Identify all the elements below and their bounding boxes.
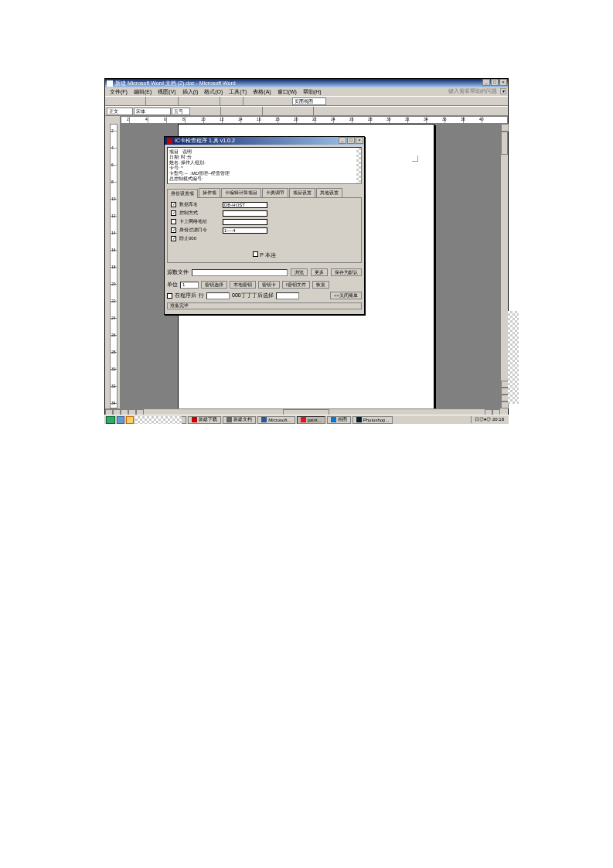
dialog-minimize-button[interactable]: _ bbox=[339, 137, 346, 144]
numbering-icon[interactable] bbox=[274, 107, 283, 115]
help-icon[interactable] bbox=[336, 97, 345, 105]
vertical-scrollbar[interactable] bbox=[500, 124, 508, 408]
line-spacing-icon[interactable] bbox=[265, 107, 274, 115]
menu-format[interactable]: 格式(O) bbox=[204, 88, 223, 96]
border-icon[interactable] bbox=[316, 107, 325, 115]
dialog-titlebar[interactable]: IC卡检查程序 1.具 v1.0.2 _ □ × bbox=[165, 137, 364, 145]
vertical-ruler[interactable]: 24681012141618202224262830323436 bbox=[110, 124, 117, 408]
redo-icon[interactable] bbox=[232, 97, 240, 105]
font-combo[interactable]: 宋体 bbox=[134, 108, 171, 115]
checkbox-db[interactable]: ✓ bbox=[171, 202, 176, 207]
restore-button[interactable]: 恢复 bbox=[312, 281, 329, 289]
checkbox-prevent[interactable]: ✓ bbox=[171, 236, 176, 241]
taskbar-item[interactable]: 新建下载 bbox=[188, 416, 221, 424]
taskbar-item[interactable]: paint... bbox=[297, 416, 325, 424]
quick-launch-ie-icon[interactable] bbox=[117, 416, 124, 424]
show-para-icon[interactable] bbox=[327, 97, 335, 105]
open-icon[interactable] bbox=[116, 97, 124, 105]
checkbox-local[interactable] bbox=[253, 251, 258, 257]
key-select-button[interactable]: 密钥选择 bbox=[201, 281, 227, 289]
save-icon[interactable] bbox=[125, 97, 134, 105]
menu-table[interactable]: 表格(A) bbox=[253, 88, 271, 96]
bullets-icon[interactable] bbox=[284, 107, 292, 115]
menu-view[interactable]: 视图(V) bbox=[158, 88, 175, 96]
mail-icon[interactable] bbox=[135, 97, 143, 105]
scroll-thumb[interactable] bbox=[501, 132, 508, 155]
taskbar-item[interactable]: Photoshop... bbox=[352, 416, 393, 424]
input-after-select[interactable] bbox=[276, 292, 299, 299]
columns-icon[interactable] bbox=[274, 97, 282, 105]
spell-icon[interactable] bbox=[167, 97, 175, 105]
scroll-up-icon[interactable] bbox=[501, 124, 509, 132]
excel-icon[interactable] bbox=[264, 97, 273, 105]
word-minimize-button[interactable]: _ bbox=[482, 79, 490, 86]
input-net[interactable] bbox=[223, 219, 267, 225]
font-color-icon[interactable] bbox=[335, 107, 343, 115]
undo-icon[interactable] bbox=[223, 97, 231, 105]
bold-icon[interactable] bbox=[191, 107, 199, 115]
menubar-chevron-icon[interactable]: ▾ bbox=[500, 88, 506, 94]
more-button[interactable]: 更多 bbox=[311, 268, 328, 276]
key-file-button[interactable]: I密钥文件 bbox=[282, 281, 310, 289]
drawing-icon[interactable] bbox=[283, 97, 291, 105]
read-icon[interactable] bbox=[346, 97, 354, 105]
checkbox-pw[interactable]: ✓ bbox=[171, 227, 176, 233]
style-combo[interactable]: 正文 bbox=[107, 108, 133, 115]
input-ctrl[interactable] bbox=[223, 210, 267, 217]
close-menu-button[interactable]: <<关闭菜单 bbox=[330, 292, 362, 299]
print-icon[interactable] bbox=[148, 97, 157, 105]
key-card-button[interactable]: 密钥卡 bbox=[258, 281, 280, 289]
outdent-icon[interactable] bbox=[293, 107, 301, 115]
size-combo[interactable]: 五号 bbox=[172, 108, 190, 115]
menu-insert[interactable]: 插入(I) bbox=[182, 88, 199, 96]
checkbox-net[interactable] bbox=[171, 219, 176, 224]
preview-icon[interactable] bbox=[158, 97, 166, 105]
menu-tools[interactable]: 工具(T) bbox=[229, 88, 247, 96]
system-tray[interactable]: 日◎●◎ 20:18 bbox=[471, 416, 507, 423]
table-icon[interactable] bbox=[255, 97, 264, 105]
input-db[interactable]: DB-HOST bbox=[223, 202, 267, 208]
browse-button[interactable]: 浏览 bbox=[291, 268, 308, 276]
horizontal-ruler[interactable]: 246810121416182022242628303234363840 bbox=[121, 116, 508, 124]
tab-project[interactable]: 项目设置 bbox=[289, 188, 315, 197]
ask-help-box[interactable]: 键入需要帮助的问题 bbox=[448, 87, 497, 95]
menu-file[interactable]: 文件(F) bbox=[110, 88, 128, 96]
unit-spinner[interactable]: 1 bbox=[180, 282, 199, 289]
underline-icon[interactable] bbox=[209, 107, 218, 115]
taskbar-item[interactable]: 新建文档 bbox=[223, 416, 256, 424]
new-doc-icon[interactable] bbox=[107, 97, 115, 105]
tab-card-adjust[interactable]: 卡类调节 bbox=[262, 188, 288, 197]
paste-icon[interactable] bbox=[199, 97, 208, 105]
input-row[interactable] bbox=[206, 292, 230, 299]
justify-icon[interactable] bbox=[251, 107, 260, 115]
checkbox-after[interactable] bbox=[167, 293, 172, 299]
word-close-button[interactable]: × bbox=[499, 79, 507, 86]
copy-icon[interactable] bbox=[190, 97, 199, 105]
format-painter-icon[interactable] bbox=[209, 97, 217, 105]
align-center-icon[interactable] bbox=[233, 107, 241, 115]
dialog-maximize-button[interactable]: □ bbox=[347, 137, 355, 144]
dialog-log-area[interactable]: 项目 说明 日期: 时:分 姓名: 操作人组别: 卡号: * 卡型号:-- :M… bbox=[167, 147, 362, 184]
menu-help[interactable]: 帮助(H) bbox=[303, 88, 322, 96]
checkbox-ctrl[interactable]: ✓ bbox=[171, 210, 176, 216]
italic-icon[interactable] bbox=[200, 107, 209, 115]
menu-window[interactable]: 窗口(W) bbox=[278, 88, 297, 96]
menu-edit[interactable]: 编辑(E) bbox=[134, 88, 152, 96]
tray-icons-and-clock[interactable]: 日◎●◎ 20:18 bbox=[475, 416, 504, 423]
tab-operation[interactable]: 操作项 bbox=[199, 188, 220, 197]
input-source-path[interactable] bbox=[192, 269, 288, 276]
taskbar-item[interactable]: 画图 bbox=[327, 416, 351, 424]
zoom-combo[interactable]: 页面视图 bbox=[292, 97, 326, 105]
tab-identity[interactable]: 身份设置项 bbox=[167, 189, 198, 198]
indent-icon[interactable] bbox=[302, 107, 311, 115]
dialog-close-button[interactable]: × bbox=[356, 137, 363, 144]
align-right-icon[interactable] bbox=[242, 107, 250, 115]
quick-launch-desktop-icon[interactable] bbox=[126, 416, 134, 424]
tab-other[interactable]: 其他设置 bbox=[316, 188, 342, 197]
hyperlink-icon[interactable] bbox=[246, 97, 254, 105]
cut-icon[interactable] bbox=[181, 97, 189, 105]
input-pw[interactable]: 1----4 bbox=[223, 227, 267, 234]
highlight-icon[interactable] bbox=[325, 107, 334, 115]
save-default-button[interactable]: 保存为默认 bbox=[331, 268, 362, 276]
local-key-button[interactable]: 本地密钥 bbox=[230, 281, 256, 289]
